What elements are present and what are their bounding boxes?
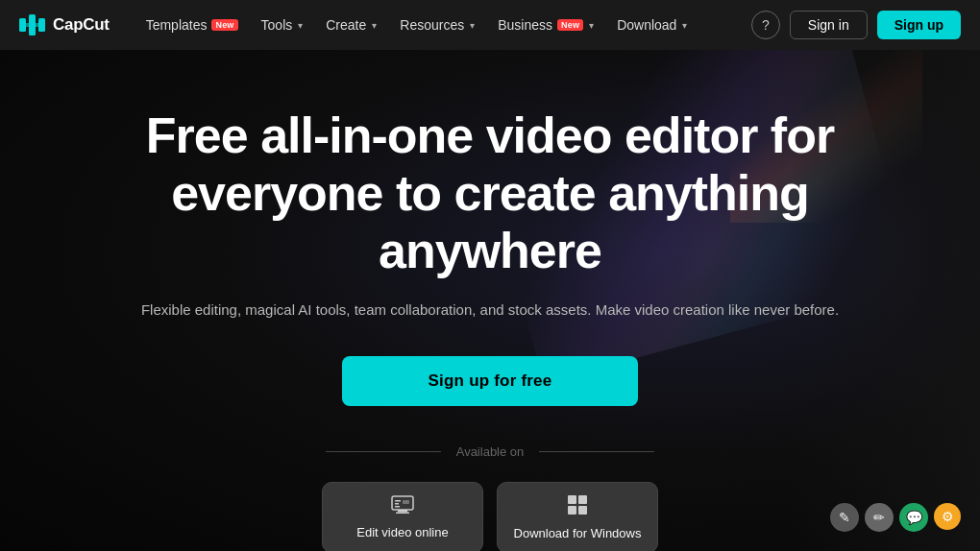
monitor-icon xyxy=(391,495,414,517)
orange-bubble-icon: ⚙ xyxy=(942,509,954,524)
logo[interactable]: CapCut xyxy=(19,14,110,36)
windows-icon xyxy=(567,494,588,518)
download-windows-label: Download for Windows xyxy=(514,526,642,540)
nav-item-create[interactable]: Create ▾ xyxy=(316,12,386,38)
svg-rect-9 xyxy=(395,506,400,508)
capcut-logo-icon xyxy=(19,14,46,36)
business-badge: New xyxy=(557,19,583,31)
platform-buttons: Edit video online Download for Windows xyxy=(96,482,884,551)
nav-download-label: Download xyxy=(617,17,676,33)
resources-chevron-icon: ▾ xyxy=(470,20,475,31)
orange-bubble-button[interactable]: ⚙ xyxy=(934,503,961,530)
svg-rect-8 xyxy=(395,503,399,505)
svg-rect-12 xyxy=(578,495,587,504)
hero-title: Free all-in-one video editor for everyon… xyxy=(96,108,884,279)
chat-bubbles: ✎ ✏ 💬 ⚙ xyxy=(830,503,961,532)
svg-rect-14 xyxy=(578,506,587,515)
svg-rect-3 xyxy=(24,23,41,27)
pencil-bubble-button[interactable]: ✏ xyxy=(865,503,894,532)
download-chevron-icon: ▾ xyxy=(682,20,687,31)
nav-item-download[interactable]: Download ▾ xyxy=(607,12,697,38)
edit-bubble-icon: ✎ xyxy=(839,510,850,525)
green-bubble-icon: 💬 xyxy=(906,510,922,525)
available-on-line-left xyxy=(326,451,441,452)
available-on-line-right xyxy=(539,451,654,452)
svg-rect-10 xyxy=(403,500,409,504)
available-on-label: Available on xyxy=(456,444,525,459)
nav-links: Templates New Tools ▾ Create ▾ Resources… xyxy=(136,12,751,38)
hero-subtitle: Flexible editing, magical AI tools, team… xyxy=(96,299,884,322)
create-chevron-icon: ▾ xyxy=(372,20,377,31)
sign-in-button[interactable]: Sign in xyxy=(790,11,868,39)
hero-content: Free all-in-one video editor for everyon… xyxy=(96,108,884,551)
svg-rect-5 xyxy=(398,510,407,513)
nav-item-templates[interactable]: Templates New xyxy=(136,12,248,38)
nav-item-resources[interactable]: Resources ▾ xyxy=(390,12,484,38)
nav-right: ? Sign in Sign up xyxy=(751,11,961,39)
green-bubble-button[interactable]: 💬 xyxy=(899,503,928,532)
nav-business-label: Business xyxy=(498,17,552,33)
logo-text: CapCut xyxy=(53,15,110,35)
sign-up-button[interactable]: Sign up xyxy=(877,11,961,39)
edit-bubble-button[interactable]: ✎ xyxy=(830,503,859,532)
available-on-row: Available on xyxy=(96,444,884,459)
hero-section: Free all-in-one video editor for everyon… xyxy=(0,50,980,551)
help-button[interactable]: ? xyxy=(751,11,780,39)
navbar: CapCut Templates New Tools ▾ Create ▾ Re… xyxy=(0,0,980,50)
nav-create-label: Create xyxy=(326,17,366,33)
edit-online-button[interactable]: Edit video online xyxy=(322,482,483,551)
nav-templates-label: Templates xyxy=(146,17,208,33)
svg-rect-13 xyxy=(568,506,576,515)
business-chevron-icon: ▾ xyxy=(589,20,594,31)
tools-chevron-icon: ▾ xyxy=(298,20,303,31)
pencil-bubble-icon: ✏ xyxy=(873,510,885,525)
svg-rect-7 xyxy=(395,500,401,502)
nav-tools-label: Tools xyxy=(261,17,293,33)
help-icon: ? xyxy=(762,17,770,33)
download-windows-button[interactable]: Download for Windows xyxy=(497,482,658,551)
svg-rect-6 xyxy=(396,513,409,515)
edit-online-label: Edit video online xyxy=(356,525,448,539)
templates-badge: New xyxy=(211,19,237,31)
nav-item-business[interactable]: Business New ▾ xyxy=(488,12,603,38)
hero-cta-button[interactable]: Sign up for free xyxy=(342,356,638,406)
svg-rect-11 xyxy=(568,495,576,504)
nav-item-tools[interactable]: Tools ▾ xyxy=(252,12,313,38)
nav-resources-label: Resources xyxy=(400,17,464,33)
